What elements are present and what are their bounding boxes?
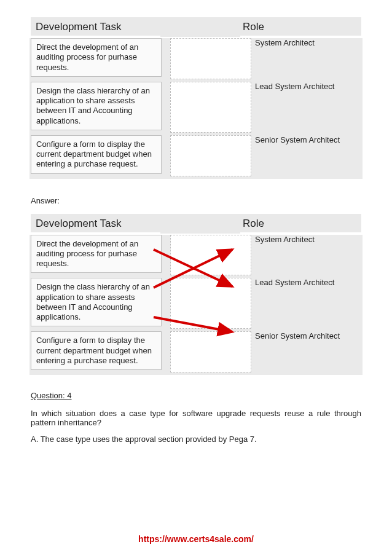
- drop-target: [170, 278, 251, 329]
- task-item[interactable]: Design the class hierarchy of an applica…: [31, 82, 162, 130]
- drop-target[interactable]: [170, 38, 251, 79]
- drop-target: [170, 331, 251, 372]
- role-label: System Architect: [251, 235, 361, 276]
- footer-url[interactable]: https://www.certs4sale.com/: [0, 534, 392, 544]
- role-label: Lead System Architect: [251, 82, 361, 133]
- task-item: Direct the development of an auditing pr…: [31, 235, 162, 274]
- drop-target: [170, 235, 251, 276]
- role-label: Senior System Architect: [251, 331, 361, 372]
- column-header-dev-task: Development Task: [31, 214, 160, 234]
- drop-target[interactable]: [170, 82, 251, 133]
- column-header-dev-task: Development Task: [31, 17, 160, 37]
- matching-question-block: Development Task Role Direct the develop…: [31, 17, 361, 179]
- role-label: Senior System Architect: [251, 135, 361, 176]
- document-page: Development Task Role Direct the develop…: [0, 0, 392, 555]
- answer-label: Answer:: [31, 196, 361, 205]
- answer-option-a: A. The case type uses the approval secti…: [31, 435, 361, 444]
- task-item[interactable]: Direct the development of an auditing pr…: [31, 38, 162, 77]
- drop-target[interactable]: [170, 135, 251, 176]
- role-label: System Architect: [251, 38, 361, 79]
- matching-answer-block: Development Task Role Direct the develop…: [31, 214, 361, 376]
- role-label: Lead System Architect: [251, 278, 361, 329]
- task-item[interactable]: Configure a form to display the current …: [31, 135, 162, 174]
- column-header-role: Role: [240, 17, 361, 37]
- question-label: Question: 4: [31, 391, 361, 400]
- task-item: Design the class hierarchy of an applica…: [31, 278, 162, 326]
- header-spacer: [160, 214, 240, 234]
- column-header-role: Role: [240, 214, 361, 234]
- task-item: Configure a form to display the current …: [31, 331, 162, 370]
- question-text: In which situation does a case type for …: [31, 409, 361, 427]
- header-spacer: [160, 17, 240, 37]
